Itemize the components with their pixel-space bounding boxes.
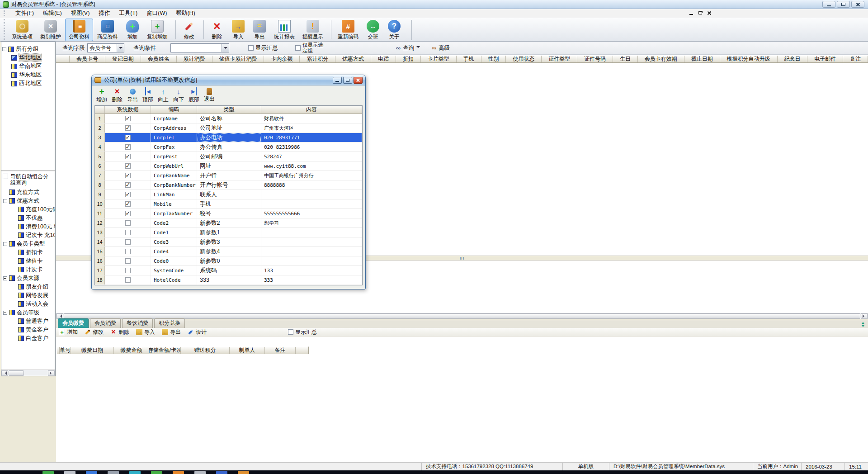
collapse-icon[interactable] — [3, 311, 7, 315]
menu-item[interactable]: 文件(F) — [11, 9, 38, 18]
system-data-cell[interactable] — [105, 237, 151, 246]
taskbar-icon[interactable] — [42, 471, 54, 474]
table-row[interactable]: 8 CorpBankNumber 开户行帐号 8888888 — [95, 180, 362, 190]
mdi-restore-button[interactable] — [697, 10, 703, 15]
system-data-cell[interactable] — [105, 228, 151, 237]
column-header[interactable]: 登记日期 — [105, 56, 141, 62]
column-header[interactable]: 累计消费 — [177, 56, 212, 62]
tree-item[interactable]: 会员来源 — [3, 274, 55, 283]
table-row[interactable]: 7 CorpBankName 开户行 中国工商银行广州分行 — [95, 171, 362, 180]
type-cell[interactable]: 办公传真 — [197, 142, 261, 152]
content-cell[interactable] — [261, 228, 362, 237]
code-cell[interactable]: CorpBankName — [151, 171, 197, 180]
window-close-button[interactable] — [851, 1, 864, 8]
table-row[interactable]: 1 CorpName 公司名称 财易软件 — [95, 114, 362, 123]
content-cell[interactable]: 555555555666 — [261, 209, 362, 218]
type-cell[interactable]: 公司地址 — [197, 123, 261, 133]
column-header[interactable]: 储值卡累计消费 — [212, 56, 264, 62]
taskbar-icon[interactable] — [64, 471, 75, 474]
tree-item[interactable]: 计次卡 — [12, 265, 55, 274]
menu-item[interactable]: 窗口(W) — [142, 9, 171, 18]
system-data-cell[interactable] — [105, 218, 151, 228]
detail-toolbar-button[interactable]: 增加 — [59, 328, 78, 336]
code-cell[interactable]: CorpTel — [151, 133, 197, 142]
system-data-cell[interactable] — [105, 114, 151, 123]
code-cell[interactable]: CorpTaxNumber — [151, 209, 197, 218]
nav-auto-group-toggle[interactable]: 导航自动组合分组查询 — [1, 171, 55, 187]
type-cell[interactable]: 开户行帐号 — [197, 180, 261, 190]
dialog-maximize-button[interactable] — [343, 77, 352, 84]
checkbox-icon[interactable] — [3, 174, 8, 179]
type-cell[interactable]: 联系人 — [197, 190, 261, 199]
type-cell[interactable]: 公司邮编 — [197, 152, 261, 161]
tree-item[interactable]: 记次卡 充100元 — [12, 231, 55, 240]
toolbar-button[interactable]: 提醒显示 — [299, 19, 327, 41]
column-header[interactable]: 系统数据 — [105, 106, 151, 114]
system-data-cell[interactable] — [105, 161, 151, 171]
code-cell[interactable]: LinkMan — [151, 190, 197, 199]
collapse-icon[interactable] — [3, 199, 7, 203]
type-cell[interactable]: 开户行 — [197, 171, 261, 180]
toolbar-button[interactable]: 导入 — [228, 19, 249, 41]
table-row[interactable]: 14 Code3 新参数3 — [95, 237, 362, 247]
column-header[interactable]: 生日 — [613, 56, 638, 62]
taskbar-icon[interactable] — [238, 471, 249, 474]
tree-item-region[interactable]: 华南地区 — [11, 62, 54, 71]
table-row[interactable]: 10 Mobile 手机 — [95, 199, 362, 209]
checkbox-icon[interactable] — [125, 220, 131, 226]
system-data-cell[interactable] — [105, 123, 151, 133]
window-maximize-button[interactable] — [837, 1, 850, 8]
detail-toolbar-button[interactable]: 删除 — [110, 328, 129, 336]
system-data-cell[interactable] — [105, 152, 151, 161]
code-cell[interactable]: SystemCode — [151, 266, 197, 275]
checkbox-icon[interactable] — [125, 239, 131, 245]
menu-item[interactable]: 编辑(E) — [38, 9, 66, 18]
code-cell[interactable]: Code3 — [151, 237, 197, 246]
checkbox-icon[interactable] — [125, 173, 131, 178]
column-header[interactable]: 内容 — [261, 106, 362, 114]
search-button[interactable]: ∞ 查询 — [394, 43, 422, 53]
table-row[interactable]: 16 Code0 新参数0 — [95, 256, 362, 266]
checkbox-icon[interactable] — [125, 268, 131, 273]
detail-toolbar-button[interactable]: 导出 — [162, 328, 181, 336]
type-cell[interactable]: 办公电话 — [197, 133, 261, 142]
system-data-cell[interactable] — [105, 142, 151, 152]
code-cell[interactable]: CorpAddress — [151, 123, 197, 133]
tree-item[interactable]: 白金客户 — [12, 334, 55, 343]
column-header[interactable]: 截止日期 — [684, 56, 720, 62]
type-cell[interactable]: 新参数2 — [197, 218, 261, 228]
sidebar-horizontal-scrollbar[interactable] — [1, 370, 55, 376]
column-header[interactable]: 电子邮件 — [807, 56, 843, 62]
column-header[interactable]: 性别 — [481, 56, 506, 62]
table-row[interactable]: 5 CorpPost 公司邮编 528247 — [95, 152, 362, 161]
detail-show-summary-checkbox[interactable]: 显示汇总 — [288, 328, 317, 336]
toolbar-button[interactable]: 关于 — [384, 19, 405, 41]
system-data-cell[interactable] — [105, 247, 151, 256]
content-cell[interactable]: 133 — [261, 266, 362, 275]
detail-toolbar-button[interactable]: 设计 — [188, 328, 207, 336]
table-row[interactable]: 18 HotelCode 333 333 — [95, 275, 362, 285]
dialog-toolbar-button[interactable]: 向上 — [156, 87, 170, 104]
table-row[interactable]: 15 Code4 新参数4 — [95, 247, 362, 256]
system-data-cell[interactable] — [105, 190, 151, 199]
checkbox-icon[interactable] — [295, 45, 301, 51]
column-header[interactable]: 卡内余额 — [264, 56, 300, 62]
column-header[interactable]: 卡片类型 — [421, 56, 457, 62]
type-cell[interactable]: 新参数3 — [197, 237, 261, 246]
toolbar-button[interactable]: 类别维护 — [37, 19, 65, 41]
system-data-cell[interactable] — [105, 275, 151, 284]
tree-item[interactable]: 普通客户 — [12, 317, 55, 326]
column-header[interactable]: 折扣 — [396, 56, 421, 62]
tree-item[interactable]: 活动入会 — [12, 300, 55, 308]
collapse-icon[interactable] — [3, 242, 7, 246]
column-header[interactable]: 证件类型 — [542, 56, 577, 62]
checkbox-icon[interactable] — [125, 163, 131, 169]
scroll-left-button[interactable] — [1, 370, 8, 376]
checkbox-icon[interactable] — [248, 45, 254, 51]
tree-item[interactable]: 消费100元 转现 — [12, 223, 55, 231]
code-cell[interactable]: CorpBankNumber — [151, 180, 197, 190]
dialog-toolbar-button[interactable]: 导出 — [125, 87, 140, 104]
table-row[interactable]: 2 CorpAddress 公司地址 广州市天河区 — [95, 123, 362, 133]
tab[interactable]: 会员缴费 — [58, 318, 89, 328]
type-cell[interactable]: 税号 — [197, 209, 261, 218]
